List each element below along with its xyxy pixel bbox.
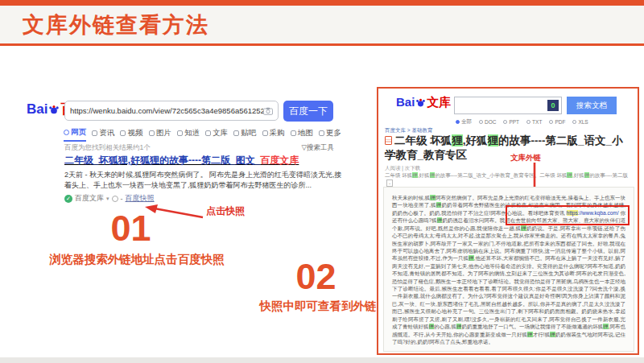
step1-number: 01	[93, 208, 169, 250]
cache-clock-icon	[112, 196, 118, 202]
search-input[interactable]: https://wenku.baidu.com/view/72c565c3a4e…	[64, 101, 279, 121]
nav-tab-3[interactable]: 图片	[149, 127, 171, 142]
search-count-badge: 0	[547, 100, 559, 111]
nav-tab-4[interactable]: 知道	[177, 127, 200, 142]
nav-tab-6[interactable]: 贴吧	[233, 127, 256, 142]
result-stats-row: 百度为您找到相关结果约1个 ▽搜索工具	[64, 143, 334, 153]
search-tools-toggle[interactable]: ▽搜索工具	[301, 143, 334, 153]
filter-xls[interactable]: XLS	[572, 118, 588, 126]
doc-meta: 人阅读 | 次下载	[385, 165, 420, 172]
nav-tab-8[interactable]: 地图	[291, 127, 313, 142]
doc-body-text: 秋天来的时候,狐狸阿布突然病倒了。阿布先是身上光滑的红毛变得暗淡无光,接着头上、…	[383, 187, 634, 352]
radio-icon	[456, 120, 460, 124]
camera-icon[interactable]	[263, 104, 273, 118]
filter-ppt[interactable]: PPT	[503, 118, 519, 126]
baidu-snapshot-screenshot: Bai文库 0 搜索文档 全部DOCPPTTXTPDFXLS 百度文库 > 基础…	[377, 87, 639, 355]
page-title: 文库外链查看方法	[23, 10, 209, 39]
radio-icon	[549, 120, 553, 124]
wenku-paw-icon	[415, 97, 426, 110]
header-divider	[0, 43, 644, 46]
filter-pdf[interactable]: PDF	[549, 118, 565, 126]
wenku-logo: Bai文库	[396, 95, 451, 110]
nav-tab-icon	[64, 130, 69, 135]
result-snippet: 2天前 - 秋天来的时候,狐狸阿布突然病倒了。 阿布先是身上光滑的红毛变得暗淡无…	[64, 170, 342, 191]
top-accent-bar	[0, 0, 644, 6]
result-source[interactable]: 百度文库	[75, 193, 104, 204]
nav-tab-icon	[92, 130, 97, 136]
doc-file-icon	[385, 136, 392, 145]
filter-doc[interactable]: DOC	[479, 118, 496, 126]
doc-type-filters: 全部DOCPPTTXTPDFXLS	[456, 118, 588, 126]
nav-tab-icon	[319, 130, 324, 136]
wenku-logo-text: 文库	[427, 95, 451, 109]
nav-tab-icon	[149, 130, 155, 136]
dash-separator: -	[121, 195, 123, 203]
expand-icon[interactable]: ⌄	[386, 179, 393, 187]
click-cache-label: 点击快照	[206, 204, 245, 218]
nav-tab-icon	[205, 130, 211, 136]
doc-title: 二年级 坏狐狸,好狐狸的故事----第二版_语文_小学教育_教育专区	[385, 134, 628, 162]
step2-number: 02	[278, 256, 354, 298]
step2-caption: 快照中即可查看到外链	[237, 299, 398, 314]
slide-header: 文库外链查看方法	[0, 6, 644, 43]
radio-icon	[503, 120, 507, 124]
doc-description: 二年级 坏狐狸,好狐狸的故事----第二版_语文_小学教育_教育专区。二年级 坏…	[385, 172, 633, 187]
search-nav-tabs: 网页资讯视频图片知道文库贴吧采购地图更多	[64, 127, 341, 142]
nav-tab-icon	[233, 130, 239, 136]
search-query-text: https://wenku.baidu.com/view/72c565c3a4e…	[70, 106, 263, 115]
nav-tab-icon	[120, 130, 126, 136]
bottom-edge	[0, 357, 644, 363]
slide: 文库外链查看方法 Bai百度 https://wenku.baidu.com/v…	[0, 0, 644, 363]
step1-caption: 浏览器搜索外链地址点击百度快照	[24, 252, 250, 267]
wenku-search-input[interactable]: 0	[454, 97, 562, 114]
baidu-search-screenshot: Bai百度 https://wenku.baidu.com/view/72c56…	[0, 90, 358, 211]
wenku-logo-bai: Bai	[396, 95, 415, 109]
chevron-down-icon[interactable]: ▾	[106, 196, 109, 202]
result-title-link[interactable]: 二年级_坏狐狸,好狐狸的故事----第二版_图文_百度文库	[64, 154, 342, 167]
source-site-icon: ✓	[64, 195, 72, 203]
nav-tab-icon	[262, 130, 268, 136]
result-count: 百度为您找到相关结果约1个	[64, 143, 151, 153]
nav-tab-icon	[291, 130, 296, 136]
baidu-logo-bai: Bai	[27, 101, 47, 117]
nav-tab-1[interactable]: 资讯	[92, 127, 114, 142]
radio-icon	[572, 120, 576, 124]
nav-tab-5[interactable]: 文库	[205, 127, 228, 142]
nav-tab-icon	[177, 130, 183, 136]
baidu-search-button[interactable]: 百度一下	[283, 101, 333, 122]
nav-tab-7[interactable]: 采购	[262, 127, 285, 142]
nav-tab-0[interactable]: 网页	[64, 127, 86, 142]
outlink-url[interactable]: https://www.kqba.com/	[567, 210, 619, 216]
radio-icon	[526, 120, 530, 124]
baidu-paw-icon	[48, 103, 60, 119]
nav-tab-2[interactable]: 视频	[120, 127, 142, 142]
filter-txt[interactable]: TXT	[526, 118, 542, 126]
wenku-search-button[interactable]: 搜索文档	[567, 97, 617, 114]
nav-tab-9[interactable]: 更多	[319, 127, 341, 142]
filter-全部[interactable]: 全部	[456, 118, 472, 126]
search-result-item: 二年级_坏狐狸,好狐狸的故事----第二版_图文_百度文库 2天前 - 秋天来的…	[64, 154, 342, 204]
radio-icon	[479, 120, 483, 124]
